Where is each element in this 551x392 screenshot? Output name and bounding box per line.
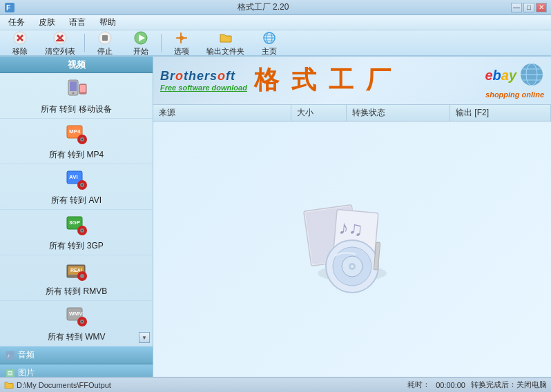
wmv-label: 所有 转到 WMV [48,331,106,343]
start-button[interactable]: 开始 [124,32,158,54]
clear-label: 清空列表 [45,48,75,55]
svg-point-15 [180,36,184,40]
content-area: Brothersoft Free software download 格 式 工… [153,57,551,377]
svg-text:MP4: MP4 [69,128,81,135]
svg-point-73 [351,265,354,268]
avi-label: 所有 转到 AVI [51,195,102,206]
maximize-button[interactable]: □ [523,3,534,12]
sidebar-item-wmv[interactable]: WMV 所有 转到 WMV ▼ [0,301,153,346]
stop-label: 停止 [97,48,113,55]
mp4-icon: MP4 [64,123,89,148]
svg-text:🖼: 🖼 [7,371,12,377]
menu-bar: 任务 皮肤 语言 帮助 [0,15,551,30]
banner: Brothersoft Free software download 格 式 工… [153,57,551,105]
logo-name: Brothersoft [160,69,247,84]
image-label: 图片 [18,367,35,377]
svg-text:WMV: WMV [69,311,83,317]
center-illustration: ♪♫ [300,204,404,294]
output-folder-icon [219,31,233,47]
menu-task[interactable]: 任务 [3,15,30,30]
3gp-icon: 3GP [64,214,89,239]
globe-icon [519,62,544,89]
svg-rect-8 [56,40,64,41]
svg-point-50 [81,321,83,322]
svg-text:F: F [6,4,10,12]
completion-label: 转换完成后：关闭电脑 [471,380,547,390]
svg-text:♪♫: ♪♫ [338,217,365,240]
time-value: 00:00:00 [436,381,465,389]
image-icon: 🖼 [6,368,15,377]
svg-rect-25 [80,85,86,92]
sidebar-item-avi[interactable]: AVI 所有 转到 AVI [0,164,153,210]
svg-rect-22 [70,81,77,91]
menu-skin[interactable]: 皮肤 [33,15,61,30]
table-header: 来源 大小 转换状态 输出 [F2] [153,105,551,121]
sidebar-item-rmvb[interactable]: REAL 所有 转到 RMVB [0,255,153,301]
3gp-label: 所有 转到 3GP [49,240,104,252]
remove-label: 移除 [12,48,28,55]
window-title: 格式工厂 2.20 [15,1,511,13]
options-button[interactable]: 选项 [164,32,199,54]
wmv-icon: WMV [64,305,89,330]
col-status: 转换状态 [347,105,450,121]
banner-ebay: ebay shopping online [485,62,544,99]
audio-icon: ♪ [6,350,15,360]
svg-text:♪: ♪ [7,353,10,359]
sidebar-item-3gp[interactable]: 3GP 所有 转到 3GP [0,210,153,255]
svg-text:3GP: 3GP [69,219,81,226]
stop-button[interactable]: 停止 [88,32,122,54]
col-output: 输出 [F2] [450,105,551,121]
sidebar-image[interactable]: 🖼 图片 [0,364,153,377]
sidebar: 视频 所有 转到 移动设备 MP4 [0,57,153,377]
mobile-label: 所有 转到 移动设备 [41,104,112,115]
toolbar-separator-2 [161,34,162,52]
logo-tagline: Free software download [160,84,247,92]
clear-icon [53,31,67,47]
video-section-header: 视频 [0,57,153,73]
menu-language[interactable]: 语言 [64,15,91,30]
start-icon [134,31,148,47]
minimize-button[interactable]: — [511,3,522,12]
homepage-button[interactable]: 主页 [252,32,287,54]
svg-point-40 [81,230,83,231]
output-path: D:\My Documents\FFOutput [17,381,111,389]
sidebar-audio[interactable]: ♪ 音频 [0,346,153,364]
svg-point-45 [80,274,84,278]
avi-icon: AVI [64,168,89,193]
svg-point-23 [72,92,74,95]
options-icon [175,31,188,47]
mobile-icon [64,77,89,102]
clear-button[interactable]: 清空列表 [39,32,81,54]
svg-rect-10 [102,35,108,41]
banner-title: 格 式 工 厂 [254,63,478,97]
audio-label: 音频 [18,349,35,361]
stop-icon [98,31,112,47]
status-right: 耗时： 00:00:00 转换完成后：关闭电脑 [407,380,547,390]
output-folder-button[interactable]: 输出文件夹 [200,32,251,54]
col-size: 大小 [291,105,347,121]
mp4-label: 所有 转到 MP4 [49,149,104,161]
ebay-tagline: shopping online [485,90,544,99]
svg-text:AVI: AVI [69,174,78,180]
main-area: 视频 所有 转到 移动设备 MP4 [0,57,551,377]
rmvb-icon: REAL [64,259,89,284]
app-icon: F [4,2,15,13]
sidebar-item-mobile[interactable]: 所有 转到 移动设备 [0,73,153,119]
wmv-dropdown[interactable]: ▼ [139,332,150,343]
remove-icon [13,31,27,47]
remove-button[interactable]: 移除 [3,32,37,54]
homepage-icon [262,31,276,47]
close-button[interactable]: ✕ [536,3,547,12]
col-source: 来源 [153,105,291,121]
sidebar-item-mp4[interactable]: MP4 所有 转到 MP4 [0,119,153,164]
svg-point-35 [81,184,83,186]
options-label: 选项 [174,48,189,55]
table-body: ♪♫ [153,121,551,377]
title-bar: F 格式工厂 2.20 — □ ✕ [0,0,551,15]
toolbar: 移除 清空列表 停止 开始 [0,30,551,57]
menu-help[interactable]: 帮助 [94,15,122,30]
svg-point-30 [81,139,83,140]
window-controls: — □ ✕ [511,3,547,12]
output-folder-label: 输出文件夹 [206,48,244,55]
time-label: 耗时： [407,380,430,390]
